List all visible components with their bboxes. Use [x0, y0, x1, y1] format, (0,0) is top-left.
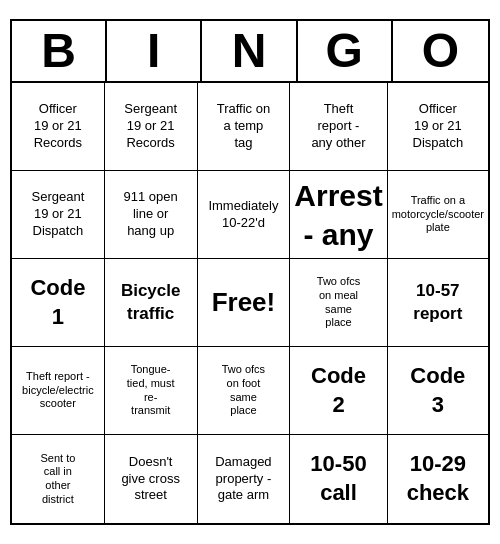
header-letter: O: [393, 21, 488, 81]
cell-text: 911 open line or hang up: [124, 189, 178, 240]
bingo-cell: Theft report - any other: [290, 83, 387, 171]
cell-text: Free!: [212, 286, 276, 320]
bingo-cell: Two ofcs on foot same place: [198, 347, 291, 435]
bingo-cell: 911 open line or hang up: [105, 171, 198, 259]
bingo-cell: 10-29 check: [388, 435, 488, 523]
header-letter: B: [12, 21, 107, 81]
bingo-card: BINGO Officer 19 or 21 RecordsSergeant 1…: [10, 19, 490, 525]
bingo-cell: 10-57 report: [388, 259, 488, 347]
bingo-cell: Officer 19 or 21 Dispatch: [388, 83, 488, 171]
bingo-cell: Code 1: [12, 259, 105, 347]
cell-text: Bicycle traffic: [121, 280, 181, 324]
bingo-cell: Bicycle traffic: [105, 259, 198, 347]
cell-text: Traffic on a motorcycle/scooter plate: [392, 194, 484, 235]
bingo-cell: Arrest - any: [290, 171, 387, 259]
header-letter: G: [298, 21, 393, 81]
bingo-cell: Sergeant 19 or 21 Dispatch: [12, 171, 105, 259]
bingo-cell: Sent to call in other district: [12, 435, 105, 523]
cell-text: Doesn't give cross street: [121, 454, 180, 505]
cell-text: Officer 19 or 21 Dispatch: [413, 101, 464, 152]
cell-text: 10-50 call: [310, 450, 366, 507]
bingo-cell: Traffic on a motorcycle/scooter plate: [388, 171, 488, 259]
bingo-cell: Two ofcs on meal same place: [290, 259, 387, 347]
cell-text: Sergeant 19 or 21 Records: [124, 101, 177, 152]
bingo-cell: 10-50 call: [290, 435, 387, 523]
header-letter: I: [107, 21, 202, 81]
bingo-cell: Free!: [198, 259, 291, 347]
cell-text: Sent to call in other district: [40, 452, 75, 507]
cell-text: Theft report - bicycle/electric scooter: [22, 370, 94, 411]
cell-text: Damaged property - gate arm: [215, 454, 271, 505]
cell-text: Traffic on a temp tag: [217, 101, 270, 152]
bingo-cell: Tongue- tied, must re- transmit: [105, 347, 198, 435]
cell-text: Two ofcs on foot same place: [222, 363, 265, 418]
cell-text: Tongue- tied, must re- transmit: [127, 363, 175, 418]
bingo-header: BINGO: [12, 21, 488, 83]
bingo-cell: Code 3: [388, 347, 488, 435]
cell-text: 10-57 report: [413, 280, 462, 324]
cell-text: Sergeant 19 or 21 Dispatch: [32, 189, 85, 240]
cell-text: Arrest - any: [294, 176, 382, 254]
bingo-cell: Damaged property - gate arm: [198, 435, 291, 523]
cell-text: Theft report - any other: [311, 101, 365, 152]
bingo-cell: Theft report - bicycle/electric scooter: [12, 347, 105, 435]
cell-text: Code 1: [30, 274, 85, 331]
bingo-cell: Traffic on a temp tag: [198, 83, 291, 171]
bingo-cell: Doesn't give cross street: [105, 435, 198, 523]
bingo-cell: Code 2: [290, 347, 387, 435]
cell-text: Code 2: [311, 362, 366, 419]
cell-text: Officer 19 or 21 Records: [34, 101, 82, 152]
header-letter: N: [202, 21, 297, 81]
cell-text: 10-29 check: [407, 450, 469, 507]
cell-text: Code 3: [410, 362, 465, 419]
cell-text: Two ofcs on meal same place: [317, 275, 360, 330]
bingo-cell: Immediately 10-22'd: [198, 171, 291, 259]
bingo-grid: Officer 19 or 21 RecordsSergeant 19 or 2…: [12, 83, 488, 523]
cell-text: Immediately 10-22'd: [208, 198, 278, 232]
bingo-cell: Sergeant 19 or 21 Records: [105, 83, 198, 171]
bingo-cell: Officer 19 or 21 Records: [12, 83, 105, 171]
